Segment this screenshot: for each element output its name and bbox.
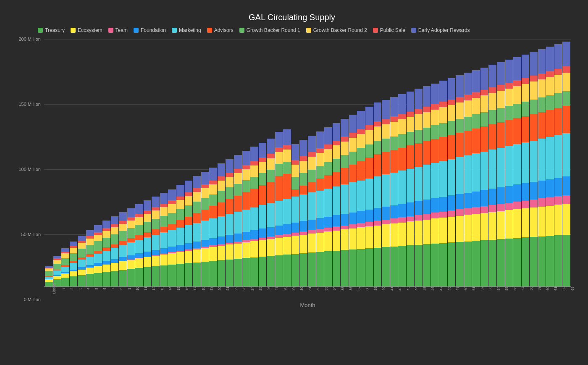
bar-segment — [168, 247, 176, 252]
bar-segment — [291, 160, 299, 165]
bar-segment — [308, 170, 316, 182]
bar-segment — [390, 122, 398, 137]
bar-group — [505, 39, 513, 287]
bar-segment — [275, 235, 283, 238]
bar-group — [61, 39, 69, 287]
bar-segment — [61, 258, 69, 265]
bar-segment — [423, 141, 431, 165]
bar-segment — [546, 197, 554, 206]
bar-segment — [61, 253, 69, 258]
bar-segment — [415, 109, 423, 115]
bar-segment — [242, 151, 250, 165]
bar-segment — [275, 176, 283, 201]
bar-segment — [291, 233, 299, 236]
legend-label: Team — [116, 27, 128, 33]
bar-segment — [324, 217, 332, 228]
bar-segment — [275, 132, 283, 147]
x-axis: Listing123456789101112131415161718192021… — [44, 287, 571, 299]
bar-segment — [267, 239, 275, 256]
bar-segment — [299, 173, 307, 186]
bar-segment — [185, 181, 193, 192]
bar-group — [513, 39, 521, 287]
bar-segment — [299, 253, 307, 287]
bar-segment — [439, 81, 447, 102]
bar-segment — [407, 202, 415, 216]
bar-segment — [333, 141, 341, 146]
bar-group — [390, 39, 398, 287]
bar-segment — [398, 148, 406, 171]
bar-segment — [562, 42, 570, 66]
bar-segment — [431, 125, 439, 139]
bar-segment — [70, 263, 78, 270]
bar-group — [242, 39, 250, 287]
bar-segment — [472, 241, 480, 287]
bar-segment — [250, 147, 258, 161]
bar-segment — [488, 205, 496, 212]
bar-segment — [488, 65, 496, 87]
bar-segment — [456, 242, 464, 287]
bar-segment — [144, 200, 152, 210]
bar-segment — [291, 189, 299, 197]
bar-segment — [242, 210, 250, 232]
legend-item: Early Adopter Rewards — [411, 27, 470, 33]
bar-segment — [365, 226, 373, 248]
bar-group — [407, 39, 415, 287]
bar-segment — [135, 217, 143, 225]
bar-segment — [185, 205, 193, 217]
bar-segment — [472, 98, 480, 114]
bar-segment — [111, 224, 119, 227]
bar-segment — [78, 249, 86, 257]
bar-segment — [316, 218, 324, 229]
bar-segment — [193, 249, 201, 263]
legend-color — [411, 28, 416, 33]
bar-segment — [488, 87, 496, 93]
bar-segment — [45, 271, 53, 276]
bar-segment — [275, 255, 283, 287]
bar-segment — [135, 253, 143, 258]
bar-segment — [78, 260, 86, 267]
bar-segment — [448, 121, 456, 135]
bar-segment — [382, 124, 390, 139]
bar-segment — [152, 256, 160, 266]
bar-segment — [226, 244, 234, 259]
bar-segment — [333, 123, 341, 141]
bar-segment — [94, 266, 102, 273]
bar-segment — [209, 238, 217, 245]
bar-segment — [201, 248, 209, 262]
bar-segment — [119, 212, 127, 221]
bar-segment — [193, 192, 201, 202]
bar-segment — [357, 223, 365, 227]
bar-segment — [226, 199, 234, 214]
bar-segment — [480, 190, 488, 206]
bar-segment — [448, 100, 456, 105]
bar-segment — [538, 207, 546, 236]
bar-segment — [439, 243, 447, 287]
bar-segment — [61, 267, 69, 272]
bar-segment — [562, 133, 570, 176]
bar-segment — [349, 138, 357, 152]
bar-segment — [456, 216, 464, 242]
bar-segment — [505, 146, 513, 186]
bar-segment — [299, 186, 307, 194]
bar-segment — [505, 210, 513, 239]
bar-segment — [407, 145, 415, 168]
bar-segment — [324, 144, 332, 149]
bar-segment — [111, 216, 119, 225]
bar-segment — [390, 223, 398, 247]
bar-segment — [341, 184, 349, 214]
bar-segment — [218, 176, 226, 181]
chart-title: GAL Circulating Supply — [13, 13, 571, 22]
bar-segment — [234, 184, 242, 196]
legend-item: Marketing — [172, 27, 201, 33]
bar-segment — [522, 55, 530, 78]
bar-segment — [505, 89, 513, 106]
bar-segment — [423, 220, 431, 244]
bar-segment — [538, 112, 546, 139]
bar-segment — [176, 220, 184, 228]
bar-segment — [530, 100, 538, 114]
bar-segment — [111, 263, 119, 271]
bar-segment — [283, 162, 291, 174]
bar-segment — [218, 216, 226, 237]
bar-group — [299, 39, 307, 287]
y-axis-label: 200 Million — [18, 37, 41, 42]
